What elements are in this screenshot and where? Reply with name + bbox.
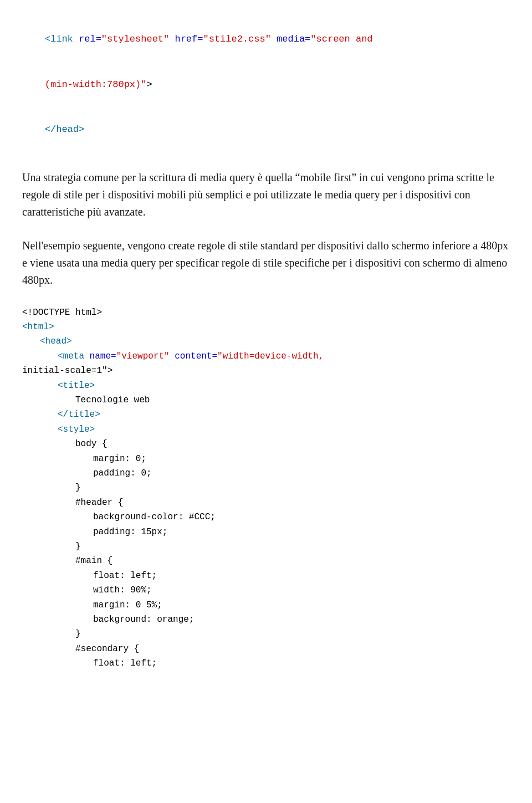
code-header-rule: #header { — [75, 495, 510, 510]
code-section: <!DOCTYPE html> <html> <head> <meta name… — [22, 305, 510, 671]
code-title-text: Tecnologie web — [75, 393, 510, 407]
code-html-open: <html> — [22, 320, 510, 334]
code-width90: width: 90%; — [93, 583, 510, 597]
val-media: "screen and — [310, 34, 372, 44]
val-rel: "stylesheet" — [101, 34, 169, 44]
top-code-line1: <link rel="stylesheet" href="stile2.css"… — [22, 17, 510, 62]
code-meta2: initial-scale=1"> — [22, 364, 510, 378]
code-secondary-rule: #secondary { — [75, 642, 510, 656]
tag-link: <link — [45, 34, 79, 44]
top-code-line3: </head> — [22, 107, 510, 152]
code-doctype: <!DOCTYPE html> — [22, 305, 510, 320]
code-margin05: margin: 0 5%; — [93, 598, 510, 612]
attr-href: href= — [175, 34, 203, 44]
main-code-block: <!DOCTYPE html> <html> <head> <meta name… — [22, 305, 510, 671]
code-title-close: </title> — [58, 407, 510, 422]
code-main-rule: #main { — [75, 554, 510, 568]
attr-media: media= — [277, 34, 310, 44]
val-minwidth: (min-width:780px)" — [45, 79, 147, 90]
code-close-brace2: } — [75, 539, 510, 554]
code-bg-orange: background: orange; — [93, 612, 510, 627]
prose-paragraph2: Nell'esempio seguente, vengono create re… — [22, 237, 510, 289]
code-title-open: <title> — [58, 379, 510, 393]
code-float-left: float: left; — [93, 569, 510, 583]
code-body-rule: body { — [75, 437, 510, 451]
code-bg-color: background-color: #CCC; — [93, 510, 510, 524]
code-head-open: <head> — [40, 334, 510, 349]
val-href: "stile2.css" — [203, 34, 270, 44]
tag-close: > — [146, 79, 152, 90]
attr-rel: rel= — [79, 34, 101, 44]
tag-head-close: </head> — [45, 124, 84, 135]
code-close-brace1: } — [75, 480, 510, 495]
top-code-line2: (min-width:780px)"> — [22, 62, 510, 108]
code-float-left2: float: left; — [93, 656, 510, 671]
code-padding15: padding: 15px; — [93, 525, 510, 539]
code-margin: margin: 0; — [93, 452, 510, 466]
code-padding: padding: 0; — [93, 466, 510, 480]
prose-paragraph1: Una strategia comune per la scrittura di… — [22, 169, 510, 221]
code-style-open: <style> — [58, 422, 510, 437]
top-code-block: <link rel="stylesheet" href="stile2.css"… — [22, 17, 510, 152]
code-close-brace3: } — [75, 627, 510, 641]
code-meta: <meta name="viewport" content="width=dev… — [58, 349, 510, 364]
